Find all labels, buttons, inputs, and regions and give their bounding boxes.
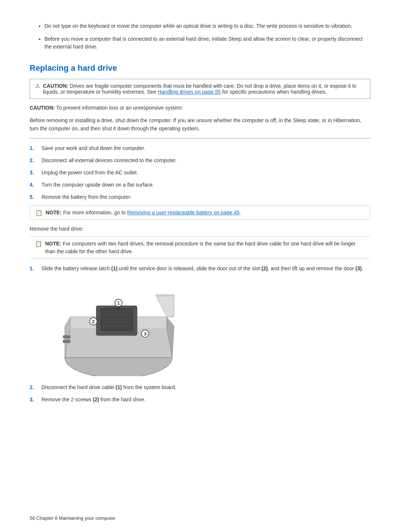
note-label-1: NOTE: — [46, 210, 62, 215]
steps-list: 1. Save your work and shut down the comp… — [30, 144, 370, 201]
caution-link[interactable]: Handling drives on page 55 — [158, 89, 221, 95]
step-1-num: 1. — [30, 144, 37, 152]
substeps-list: 1. Slide the battery release latch (1) u… — [30, 265, 370, 272]
laptop-svg: 1 2 3 — [59, 280, 178, 376]
caution-icon: ⚠ — [35, 83, 40, 89]
step-5-num: 5. — [30, 193, 37, 201]
step-3-text: Unplug the power cord from the AC outlet… — [41, 169, 138, 177]
step-5: 5. Remove the battery from the computer. — [30, 193, 370, 201]
remove-label: Remove the hard drive: — [30, 225, 370, 233]
svg-text:3: 3 — [144, 331, 147, 337]
step-4-text: Turn the computer upside down on a flat … — [41, 181, 154, 189]
step-1-text: Save your work and shut down the compute… — [41, 144, 145, 152]
note-body-1: For more information, go to — [63, 210, 127, 215]
step-2-num: 2. — [30, 157, 37, 164]
page-content: Do not type on the keyboard or move the … — [0, 0, 400, 438]
substep-1-text: Slide the battery release latch (1) unti… — [41, 265, 363, 272]
step-2: 2. Disconnect all external devices conne… — [30, 157, 370, 164]
caution-inline-text: To prevent information loss or an unresp… — [56, 105, 183, 111]
bullet-item-1: Do not type on the keyboard or move the … — [44, 22, 370, 30]
step-4: 4. Turn the computer upside down on a fl… — [30, 181, 370, 189]
substep-3-num: 3. — [30, 396, 37, 404]
note-text-2: NOTE: For computers with two hard drives… — [45, 240, 365, 255]
section-title: Replacing a hard drive — [30, 60, 370, 73]
divider-1 — [30, 138, 370, 138]
svg-rect-17 — [63, 340, 70, 343]
svg-text:1: 1 — [117, 301, 120, 306]
svg-text:2: 2 — [92, 319, 95, 324]
step-2-text: Disconnect all external devices connecte… — [41, 157, 177, 164]
step-3: 3. Unplug the power cord from the AC out… — [30, 169, 370, 177]
step-3-num: 3. — [30, 169, 37, 177]
caution-label: CAUTION: — [43, 83, 68, 89]
substep-2: 2. Disconnect the hard drive cable (1) f… — [30, 384, 370, 391]
substep-1-num: 1. — [30, 265, 37, 272]
body-paragraph: Before removing or installing a drive, s… — [30, 116, 370, 133]
step-5-text: Remove the battery from the computer. — [41, 193, 131, 201]
step-1: 1. Save your work and shut down the comp… — [30, 144, 370, 152]
note-body-2: For computers with two hard drives, the … — [45, 241, 356, 254]
substep-2-num: 2. — [30, 384, 37, 391]
caution-suffix: for specific precautions when handling d… — [221, 89, 327, 95]
note-icon-2: 📋 — [35, 240, 42, 247]
svg-rect-16 — [63, 335, 70, 338]
note-label-2: NOTE: — [45, 241, 61, 247]
caution-box: ⚠ CAUTION: Drives are fragile computer c… — [30, 79, 370, 99]
intro-bullet-list: Do not type on the keyboard or move the … — [30, 22, 370, 51]
note-box-2: 📋 NOTE: For computers with two hard driv… — [30, 237, 370, 259]
page-footer: 56 Chapter 8 Maintaining your computer — [30, 515, 116, 521]
substep-3: 3. Remove the 2 screws (2) from the hard… — [30, 396, 370, 404]
caution-inline-label: CAUTION: — [30, 105, 55, 111]
laptop-illustration: 1 2 3 — [59, 280, 178, 376]
caution-inline: CAUTION: To prevent information loss or … — [30, 104, 370, 112]
note-link-1[interactable]: Removing a user-replaceable battery on p… — [127, 210, 240, 215]
caution-box-text: CAUTION: Drives are fragile computer com… — [43, 83, 365, 95]
substep-2-text: Disconnect the hard drive cable (1) from… — [41, 384, 176, 391]
substep-3-text: Remove the 2 screws (2) from the hard dr… — [41, 396, 146, 404]
note-text-1: NOTE: For more information, go to Removi… — [46, 209, 241, 217]
bullet-item-2: Before you move a computer that is conne… — [44, 35, 370, 51]
substep-1: 1. Slide the battery release latch (1) u… — [30, 265, 370, 272]
note-box-1: 📋 NOTE: For more information, go to Remo… — [30, 205, 370, 220]
step-4-num: 4. — [30, 181, 37, 189]
note-period-1: . — [240, 210, 241, 215]
note-icon-1: 📋 — [35, 209, 43, 216]
substeps-list-2: 2. Disconnect the hard drive cable (1) f… — [30, 384, 370, 404]
